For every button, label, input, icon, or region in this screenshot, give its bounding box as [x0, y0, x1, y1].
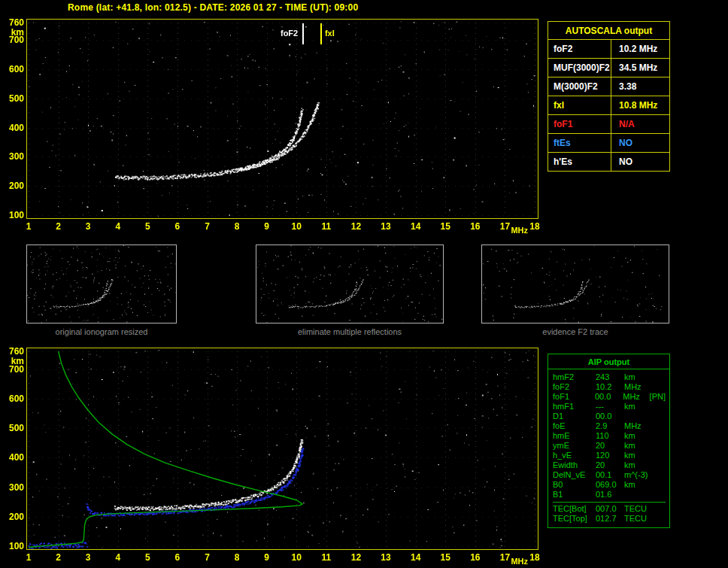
- aip-row: hmF2243km: [553, 372, 666, 382]
- aip-row-value: 007.0: [596, 504, 624, 514]
- y-tick-label: 400: [2, 452, 24, 463]
- aip-row: DelN_vE00.1m^(-3): [553, 470, 666, 480]
- x-tick-label: 9: [259, 221, 275, 232]
- x-tick-label: 18: [526, 221, 543, 232]
- aip-row-unit: TECU: [624, 514, 651, 524]
- aip-row-value: 01.6: [596, 490, 624, 500]
- aip-row: foE2.9MHz: [553, 421, 666, 431]
- autoscala-row: h'EsNO: [548, 153, 670, 172]
- aip-row-unit: [624, 490, 651, 500]
- autoscala-row-value: 34.5 MHz: [611, 59, 670, 77]
- autoscala-row-label: ftEs: [548, 134, 611, 153]
- autoscala-row-label: MUF(3000)F2: [548, 59, 611, 77]
- y-tick-label: 760: [2, 346, 24, 357]
- autoscala-row-value: NO: [611, 153, 670, 172]
- aip-row: D100.0: [553, 412, 666, 421]
- aip-row-label: Ewidth: [553, 460, 596, 470]
- profile-ionogram-canvas: [27, 348, 538, 549]
- autoscala-row: fxI10.8 MHz: [548, 96, 670, 115]
- aip-row-extra: [651, 372, 666, 382]
- aip-row-extra: [651, 504, 666, 514]
- thumbnail-f2-trace: [481, 245, 669, 323]
- x-tick-label: 11: [318, 221, 335, 232]
- aip-row-label: TEC[Top]: [553, 514, 596, 524]
- aip-row-unit: km: [624, 441, 651, 451]
- y-tick-label: 400: [2, 123, 24, 133]
- aip-row-unit: [624, 412, 651, 421]
- aip-row-extra: [651, 514, 666, 524]
- aip-row: Ewidth20km: [553, 460, 666, 470]
- aip-row-extra: [651, 412, 666, 421]
- aip-row-extra: [651, 431, 666, 441]
- autoscala-table-header-row: AUTOSCALA output: [548, 22, 670, 40]
- aip-row: hmE110km: [553, 431, 666, 441]
- aip-row-label: h_vE: [553, 451, 596, 460]
- x-tick-label: 1: [20, 552, 37, 563]
- autoscala-row-value: N/A: [611, 115, 670, 134]
- y-tick-label: 100: [2, 210, 24, 220]
- aip-row-label: B1: [553, 490, 596, 500]
- aip-row-label: TEC[Bot]: [553, 504, 596, 514]
- autoscala-row-label: foF1: [548, 115, 611, 134]
- x-tick-label: 18: [526, 552, 543, 563]
- aip-row-extra: [651, 490, 666, 500]
- autoscala-row: ftEsNO: [548, 134, 670, 153]
- aip-row-value: 10.2: [596, 382, 624, 392]
- x-tick-label: 4: [110, 221, 126, 232]
- x-tick-label: 7: [199, 552, 216, 563]
- fof2-marker-label: foF2: [272, 29, 298, 38]
- autoscala-table-body: foF210.2 MHzMUF(3000)F234.5 MHzM(3000)F2…: [548, 40, 670, 172]
- thumbnail-original-ionogram: [26, 245, 177, 323]
- aip-row-extra: [651, 402, 666, 412]
- x-tick-label: 1: [20, 221, 37, 232]
- aip-row-value: 120: [596, 451, 624, 460]
- x-tick-label: 3: [80, 552, 96, 563]
- y-tick-label: 600: [2, 393, 24, 404]
- y-tick-label: 700: [2, 364, 24, 375]
- aip-row: TEC[Bot]007.0TECU: [553, 502, 666, 514]
- aip-row-value: 20: [596, 460, 624, 470]
- x-tick-label: 16: [467, 221, 484, 232]
- aip-row: ymE20km: [553, 441, 666, 451]
- aip-row-extra: [PN]: [650, 392, 666, 402]
- aip-row-unit: MHz: [624, 382, 651, 392]
- aip-row-label: foF2: [553, 382, 596, 392]
- x-tick-label: 6: [169, 552, 186, 563]
- aip-row-label: foE: [553, 421, 596, 431]
- x-tick-label: 13: [378, 552, 394, 563]
- aip-row-extra: [651, 441, 666, 451]
- aip-row-label: B0: [553, 480, 596, 490]
- aip-row-value: 069.0: [596, 480, 624, 490]
- aip-row-value: 2.9: [596, 421, 624, 431]
- x-tick-label: 12: [347, 552, 364, 563]
- aip-table-title: AIP output: [548, 354, 669, 369]
- aip-row-value: 243: [596, 372, 624, 382]
- aip-row-label: hmF1: [553, 402, 596, 412]
- thumbnail-f2-trace-canvas: [482, 245, 669, 323]
- autoscala-row-label: foF2: [548, 40, 611, 59]
- x-tick-label: 7: [199, 221, 216, 232]
- aip-row-extra: [651, 480, 666, 490]
- thumbnail-multiple-reflections: [256, 245, 444, 323]
- y-tick-label: 700: [2, 35, 24, 45]
- x-tick-label: 10: [288, 221, 305, 232]
- aip-row-value: 00.1: [596, 470, 624, 480]
- aip-row-value: 110: [596, 431, 624, 441]
- main-ionogram-canvas: [27, 20, 538, 218]
- y-tick-label: 500: [2, 93, 24, 104]
- autoscala-row: foF210.2 MHz: [548, 40, 670, 59]
- x-tick-label: 10: [288, 552, 305, 563]
- autoscala-row-value: 10.8 MHz: [611, 96, 670, 115]
- aip-row-label: ymE: [553, 441, 596, 451]
- y-tick-label: 100: [2, 541, 24, 551]
- aip-row-label: hmE: [553, 431, 596, 441]
- x-tick-label: 2: [50, 552, 67, 563]
- y-tick-label: 200: [2, 512, 24, 522]
- autoscala-row-label: h'Es: [548, 153, 611, 172]
- aip-row-unit: km: [624, 480, 651, 490]
- aip-row-extra: [651, 451, 666, 460]
- thumbnail-caption: evidence F2 trace: [481, 327, 669, 336]
- aip-row: TEC[Top]012.7TECU: [553, 514, 666, 524]
- x-tick-label: 5: [139, 552, 156, 563]
- aip-row-extra: [651, 421, 666, 431]
